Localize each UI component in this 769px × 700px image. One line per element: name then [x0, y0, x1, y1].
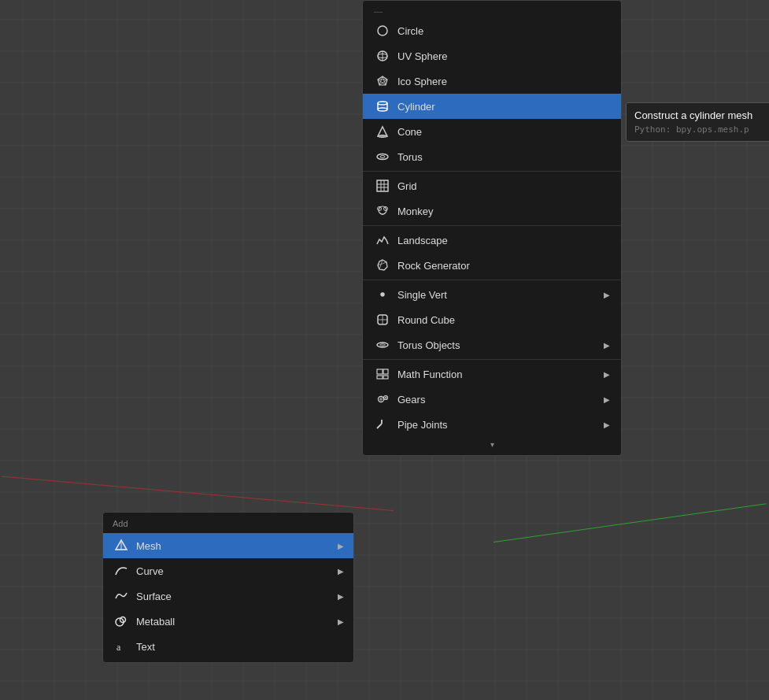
svg-point-48 — [385, 397, 386, 398]
mesh-single-vert[interactable]: Single Vert ▶ — [363, 282, 621, 307]
surface-label: Surface — [136, 591, 338, 602]
monkey-label: Monkey — [397, 206, 610, 217]
cone-label: Cone — [397, 126, 610, 138]
single-vert-label: Single Vert — [397, 289, 604, 301]
torus-label: Torus — [397, 151, 610, 163]
add-menu-item-surface[interactable]: Surface ▶ — [103, 583, 353, 609]
add-menu-title: Add — [103, 516, 353, 533]
circle-icon — [374, 22, 391, 39]
landscape-icon — [374, 231, 391, 249]
ico-sphere-icon — [374, 72, 391, 90]
divider-2 — [363, 225, 621, 226]
mesh-label: Mesh — [136, 540, 338, 552]
single-vert-icon — [374, 286, 391, 303]
mesh-icon — [113, 537, 130, 554]
metaball-icon — [113, 613, 130, 630]
gears-label: Gears — [397, 394, 604, 406]
tooltip-python: Python: bpy.ops.mesh.p — [634, 124, 769, 135]
torus-objects-icon — [374, 336, 391, 354]
svg-point-46 — [380, 398, 382, 400]
math-function-icon — [374, 365, 391, 383]
mesh-submenu: — Circle UV Sphere — [362, 0, 622, 456]
svg-rect-24 — [377, 180, 388, 191]
gears-arrow: ▶ — [604, 395, 610, 404]
divider-3 — [363, 280, 621, 280]
svg-point-17 — [378, 108, 387, 111]
curve-label: Curve — [136, 565, 338, 577]
pipe-joints-label: Pipe Joints — [397, 419, 604, 431]
uv-sphere-label: UV Sphere — [397, 50, 610, 62]
pipe-joints-arrow: ▶ — [604, 420, 610, 429]
mesh-ico-sphere[interactable]: Ico Sphere — [363, 69, 621, 94]
text-icon: a — [113, 638, 130, 655]
divider-4 — [363, 359, 621, 360]
curve-icon — [113, 562, 130, 580]
svg-point-35 — [381, 293, 384, 296]
torus-objects-label: Torus Objects — [397, 339, 604, 351]
circle-label: Circle — [397, 25, 610, 37]
math-function-label: Math Function — [397, 369, 604, 380]
mesh-rock-generator[interactable]: Rock Generator — [363, 253, 621, 278]
mesh-uv-sphere[interactable]: UV Sphere — [363, 43, 621, 69]
mesh-round-cube[interactable]: Round Cube — [363, 307, 621, 332]
rock-generator-label: Rock Generator — [397, 260, 610, 272]
cylinder-label: Cylinder — [397, 101, 610, 113]
svg-point-23 — [380, 156, 385, 158]
single-vert-arrow: ▶ — [604, 291, 610, 299]
svg-rect-44 — [383, 376, 388, 379]
mesh-cone[interactable]: Cone — [363, 119, 621, 144]
rock-icon — [374, 257, 391, 274]
mesh-monkey[interactable]: Monkey — [363, 198, 621, 224]
scroll-down-indicator: ▾ — [363, 437, 621, 452]
grid-icon — [374, 177, 391, 194]
mesh-math-function[interactable]: Math Function ▶ — [363, 361, 621, 387]
add-menu-item-metaball[interactable]: Metaball ▶ — [103, 609, 353, 634]
scroll-down-arrow: ▾ — [490, 440, 494, 449]
mesh-landscape[interactable]: Landscape — [363, 228, 621, 253]
add-menu-item-curve[interactable]: Curve ▶ — [103, 558, 353, 583]
math-function-arrow: ▶ — [604, 370, 610, 379]
pipe-joints-icon — [374, 416, 391, 433]
tooltip-title: Construct a cylinder mesh — [634, 109, 769, 121]
add-menu-item-mesh[interactable]: Mesh ▶ — [103, 533, 353, 558]
round-cube-label: Round Cube — [397, 314, 610, 326]
add-menu: Add Mesh ▶ Curve ▶ Surface ▶ — [102, 512, 354, 663]
svg-line-49 — [377, 424, 382, 428]
surface-icon — [113, 587, 130, 605]
mesh-grid[interactable]: Grid — [363, 173, 621, 198]
mesh-arrow: ▶ — [338, 542, 344, 550]
torus-objects-arrow: ▶ — [604, 341, 610, 350]
ico-sphere-label: Ico Sphere — [397, 76, 610, 87]
metaball-arrow: ▶ — [338, 617, 344, 626]
uv-sphere-icon — [374, 47, 391, 65]
svg-text:a: a — [116, 642, 121, 653]
curve-arrow: ▶ — [338, 567, 344, 576]
svg-point-40 — [380, 344, 386, 346]
grid-label: Grid — [397, 180, 610, 192]
surface-arrow: ▶ — [338, 592, 344, 601]
mesh-cylinder[interactable]: Cylinder — [363, 94, 621, 119]
svg-point-39 — [377, 343, 388, 347]
torus-icon — [374, 148, 391, 165]
divider-1 — [363, 171, 621, 172]
svg-point-45 — [379, 397, 384, 402]
svg-rect-41 — [377, 369, 383, 374]
tooltip: Construct a cylinder mesh Python: bpy.op… — [626, 102, 769, 142]
metaball-label: Metaball — [136, 616, 338, 628]
add-menu-item-text[interactable]: a Text — [103, 634, 353, 659]
mesh-torus-objects[interactable]: Torus Objects ▶ — [363, 332, 621, 357]
landscape-label: Landscape — [397, 235, 610, 246]
mesh-torus[interactable]: Torus — [363, 144, 621, 169]
monkey-icon — [374, 202, 391, 220]
svg-point-6 — [378, 26, 387, 35]
svg-point-22 — [377, 154, 388, 160]
gears-icon — [374, 391, 391, 408]
svg-rect-42 — [383, 369, 388, 374]
svg-rect-43 — [377, 376, 383, 379]
mesh-pipe-joints[interactable]: Pipe Joints ▶ — [363, 412, 621, 437]
mesh-gears[interactable]: Gears ▶ — [363, 387, 621, 412]
svg-point-16 — [378, 102, 387, 105]
svg-point-47 — [384, 396, 388, 400]
mesh-circle[interactable]: Circle — [363, 18, 621, 43]
sep-top: — — [363, 4, 621, 18]
